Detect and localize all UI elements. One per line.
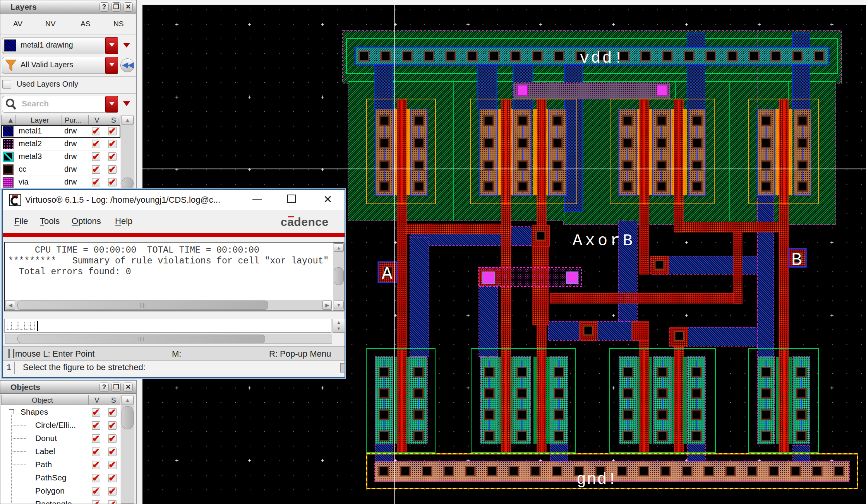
svg-text:B: B [791, 250, 802, 270]
svg-text:AxorB: AxorB [573, 232, 633, 250]
svg-text:A: A [382, 264, 393, 284]
svg-text:gnd!: gnd! [576, 470, 617, 489]
